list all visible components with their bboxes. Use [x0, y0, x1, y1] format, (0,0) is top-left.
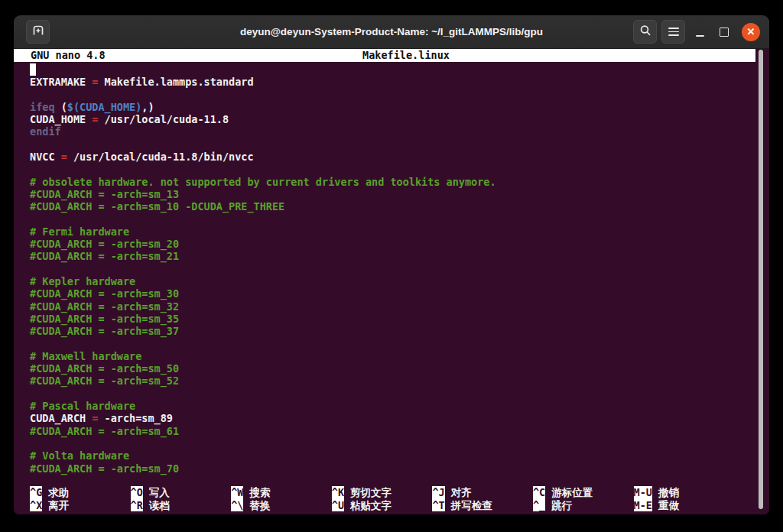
editor-line: #CUDA_ARCH = -arch=sm_70: [30, 462, 751, 475]
code-segment: #CUDA_ARCH = -arch=sm_10 -DCUDA_PRE_THRE…: [30, 200, 284, 212]
shortcut-column: ^J对齐^T拼写检查: [432, 486, 533, 511]
editor-line: NVCC = /usr/local/cuda-11.8/bin/nvcc: [30, 151, 751, 163]
shortcut-key: ^_: [533, 499, 545, 511]
editor-line: [30, 89, 751, 101]
editor-line: # Fermi hardware: [30, 225, 751, 238]
editor-line: [30, 338, 751, 350]
code-segment: # Maxwell hardware: [30, 350, 141, 362]
shortcut-column: ^K剪切文字^U粘贴文字: [332, 486, 433, 511]
editor-line: CUDA_ARCH = -arch=sm_89: [30, 412, 751, 424]
shortcut-key: ^O: [131, 486, 143, 498]
editor-line: #CUDA_ARCH = -arch=sm_30: [30, 287, 751, 300]
code-segment: #CUDA_ARCH = -arch=sm_35: [30, 313, 179, 325]
editor-line: #CUDA_ARCH = -arch=sm_10 -DCUDA_PRE_THRE…: [30, 200, 751, 212]
maximize-button[interactable]: [714, 20, 734, 44]
nano-shortcut: ^R读档: [131, 499, 232, 511]
nano-shortcut: ^J对齐: [432, 486, 533, 498]
shortcut-label: 读档: [149, 499, 170, 511]
maximize-icon: [720, 28, 729, 37]
nano-version: GNU nano 4.8: [31, 49, 106, 61]
nano-filename: Makefile.linux: [362, 49, 450, 61]
search-button[interactable]: [633, 20, 657, 44]
nano-titlebar: GNU nano 4.8 Makefile.linux: [14, 49, 755, 62]
nano-shortcut: ^W搜索: [231, 486, 332, 498]
shortcut-key: M-E: [634, 499, 652, 511]
code-segment: # Fermi hardware: [30, 225, 129, 238]
code-segment: #CUDA_ARCH = -arch=sm_13: [30, 188, 179, 200]
shortcut-key: ^C: [533, 486, 545, 498]
shortcut-label: 撤销: [658, 486, 679, 498]
nano-shortcut: ^C游标位置: [533, 486, 634, 498]
shortcut-label: 游标位置: [551, 486, 593, 498]
shortcut-label: 跳行: [551, 499, 572, 511]
shortcut-label: 对齐: [451, 486, 472, 498]
titlebar[interactable]: deyun@deyun-System-Product-Name: ~/l_git…: [14, 15, 769, 49]
editor-line: [30, 263, 751, 275]
code-segment: EXTRAMAKE: [30, 76, 92, 88]
shortcut-label: 拼写检查: [451, 499, 492, 511]
code-segment: # obsolete hardware. not supported by cu…: [30, 176, 496, 188]
code-segment: #CUDA_ARCH = -arch=sm_70: [30, 462, 179, 475]
editor-line: #CUDA_ARCH = -arch=sm_21: [30, 250, 751, 262]
code-segment: (: [61, 101, 67, 113]
editor-line: # Volta hardware: [30, 449, 751, 462]
code-segment: #CUDA_ARCH = -arch=sm_61: [30, 425, 179, 437]
editor-line: ifeq ($(CUDA_HOME),): [30, 101, 751, 113]
shortcut-label: 替换: [249, 499, 270, 511]
code-segment: NVCC: [30, 151, 61, 163]
code-segment: endif: [30, 125, 61, 138]
minimize-button[interactable]: [690, 20, 710, 44]
code-segment: ,): [141, 101, 154, 113]
code-segment: # Pascal hardware: [30, 400, 135, 412]
code-segment: # Kepler hardware: [30, 275, 135, 287]
code-segment: -arch=sm_89: [98, 412, 173, 424]
desktop-background: deyun@deyun-System-Product-Name: ~/l_git…: [0, 0, 783, 532]
code-segment: =: [61, 151, 67, 163]
editor-line: # Kepler hardware: [30, 275, 751, 287]
nano-shortcut-bar: ^G求助^X离开^O写入^R读档^W搜索^\替换^K剪切文字^U粘贴文字^J对齐…: [30, 486, 769, 511]
minimize-icon: [696, 35, 704, 37]
editor-line: [30, 388, 751, 400]
shortcut-label: 重做: [658, 499, 679, 511]
titlebar-controls: ✕: [633, 15, 760, 48]
terminal-window: deyun@deyun-System-Product-Name: ~/l_git…: [14, 15, 769, 514]
close-button[interactable]: ✕: [742, 23, 760, 41]
shortcut-key: ^\: [231, 499, 243, 511]
nano-shortcut: ^G求助: [30, 486, 131, 498]
nano-shortcut: ^O写入: [131, 486, 232, 498]
search-icon: [638, 24, 652, 40]
menu-icon: [668, 28, 679, 36]
nano-shortcut: M-U撤销: [634, 486, 735, 498]
code-segment: Makefile.lammps.standard: [98, 76, 253, 88]
code-segment: /usr/local/cuda-11.8: [98, 113, 229, 125]
editor-line: #CUDA_ARCH = -arch=sm_35: [30, 313, 751, 325]
code-segment: #CUDA_ARCH = -arch=sm_20: [30, 238, 179, 250]
editor-line: #CUDA_ARCH = -arch=sm_61: [30, 425, 751, 437]
shortcut-key: ^U: [332, 499, 344, 511]
scrollbar[interactable]: [759, 50, 763, 509]
nano-shortcut: ^U粘贴文字: [332, 499, 433, 511]
editor-line: # obsolete hardware. not supported by cu…: [30, 176, 751, 188]
editor-line: #CUDA_ARCH = -arch=sm_32: [30, 300, 751, 313]
editor-line: EXTRAMAKE = Makefile.lammps.standard: [30, 76, 751, 88]
shortcut-column: ^O写入^R读档: [131, 486, 232, 511]
editor-line: #CUDA_ARCH = -arch=sm_37: [30, 325, 751, 337]
shortcut-key: ^R: [131, 499, 143, 511]
shortcut-label: 求助: [48, 486, 69, 498]
editor-text-area[interactable]: EXTRAMAKE = Makefile.lammps.standardifeq…: [30, 63, 751, 475]
editor-line: #CUDA_ARCH = -arch=sm_50: [30, 362, 751, 375]
editor-line: #CUDA_ARCH = -arch=sm_13: [30, 188, 751, 200]
terminal-viewport[interactable]: GNU nano 4.8 Makefile.linux EXTRAMAKE = …: [14, 49, 769, 514]
code-segment: /usr/local/cuda-11.8/bin/nvcc: [67, 151, 254, 163]
shortcut-key: ^G: [30, 486, 42, 498]
shortcut-column: ^W搜索^\替换: [231, 486, 332, 511]
text-cursor: [30, 63, 36, 76]
new-tab-button[interactable]: [26, 20, 50, 44]
shortcut-label: 写入: [149, 486, 170, 498]
code-segment: #CUDA_ARCH = -arch=sm_50: [30, 362, 179, 375]
editor-line: # Maxwell hardware: [30, 350, 751, 362]
shortcut-key: M-U: [634, 486, 652, 498]
editor-line: [30, 437, 751, 449]
menu-button[interactable]: [661, 20, 685, 44]
shortcut-label: 搜索: [249, 486, 270, 498]
